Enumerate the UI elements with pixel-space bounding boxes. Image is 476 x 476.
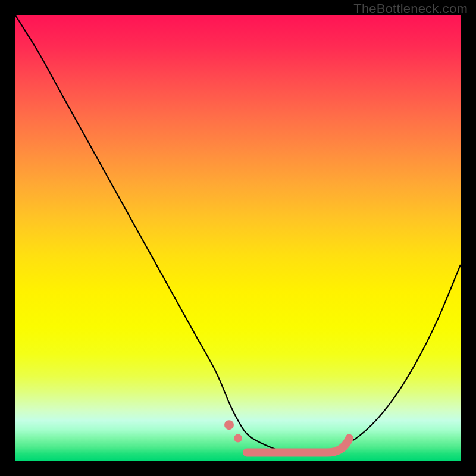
chart-frame: TheBottleneck.com — [0, 0, 476, 476]
bottleneck-curve — [15, 15, 461, 454]
plot-area — [15, 15, 461, 461]
curve-layer — [15, 15, 461, 461]
watermark-text: TheBottleneck.com — [353, 1, 468, 17]
highlight-dot-2 — [234, 434, 242, 443]
highlight-dot-1 — [224, 420, 234, 430]
optimal-range-highlight — [247, 439, 349, 453]
